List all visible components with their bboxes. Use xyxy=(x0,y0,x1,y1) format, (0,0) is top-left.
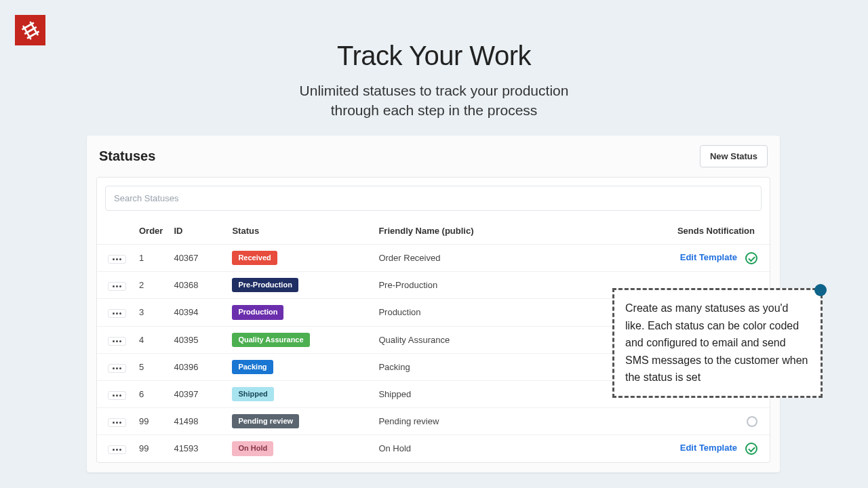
cell-order: 5 xyxy=(134,353,168,380)
col-id: ID xyxy=(168,219,226,245)
cell-id: 40368 xyxy=(168,272,226,299)
cell-friendly-name: On Hold xyxy=(373,435,579,462)
cell-status: Packing xyxy=(226,353,373,380)
row-actions-menu[interactable] xyxy=(108,364,126,373)
panel-title: Statuses xyxy=(99,148,155,164)
cell-friendly-name: Packing xyxy=(373,353,579,380)
col-friendly: Friendly Name (public) xyxy=(373,219,579,245)
cell-order: 3 xyxy=(134,299,168,326)
row-actions-menu[interactable] xyxy=(108,418,126,427)
info-callout: Create as many statuses as you'd like. E… xyxy=(612,288,823,398)
cell-status: On Hold xyxy=(226,435,373,462)
row-actions-menu[interactable] xyxy=(108,391,126,400)
cell-order: 4 xyxy=(134,326,168,353)
cell-friendly-name: Production xyxy=(373,299,579,326)
notification-on-icon[interactable] xyxy=(745,443,757,455)
col-order: Order xyxy=(134,219,168,245)
cell-status: Production xyxy=(226,299,373,326)
cell-status: Pre-Production xyxy=(226,272,373,299)
status-badge: On Hold xyxy=(232,441,273,455)
status-badge: Quality Assurance xyxy=(232,333,309,347)
logo-icon xyxy=(20,20,41,41)
cell-status: Shipped xyxy=(226,380,373,407)
row-actions-menu[interactable] xyxy=(108,255,126,264)
notification-on-icon[interactable] xyxy=(745,252,757,264)
cell-friendly-name: Quality Assurance xyxy=(373,326,579,353)
cell-id: 40367 xyxy=(168,245,226,272)
cell-friendly-name: Shipped xyxy=(373,380,579,407)
cell-id: 40394 xyxy=(168,299,226,326)
status-badge: Shipped xyxy=(232,387,273,401)
page-title: Track Your Work xyxy=(0,41,868,71)
notification-off-icon[interactable] xyxy=(747,416,757,427)
cell-id: 40395 xyxy=(168,326,226,353)
search-input[interactable] xyxy=(105,186,762,211)
svg-line-3 xyxy=(23,26,31,38)
status-badge: Pending review xyxy=(232,414,299,428)
status-badge: Packing xyxy=(232,360,273,374)
cell-order: 1 xyxy=(134,245,168,272)
table-row: 9941593On HoldOn HoldEdit Template xyxy=(97,435,770,462)
page-subtitle: Unlimited statuses to track your product… xyxy=(0,81,868,121)
cell-status: Quality Assurance xyxy=(226,326,373,353)
cell-friendly-name: Order Received xyxy=(373,245,579,272)
row-actions-menu[interactable] xyxy=(108,282,126,291)
cell-order: 2 xyxy=(134,272,168,299)
cell-order: 6 xyxy=(134,380,168,407)
svg-line-4 xyxy=(30,22,37,34)
status-badge: Received xyxy=(232,251,277,265)
edit-template-link[interactable]: Edit Template xyxy=(680,443,737,453)
cell-friendly-name: Pre-Production xyxy=(373,272,579,299)
cell-id: 41593 xyxy=(168,435,226,462)
cell-order: 99 xyxy=(134,408,168,435)
status-badge: Production xyxy=(232,305,283,319)
new-status-button[interactable]: New Status xyxy=(700,145,768,167)
cell-status: Pending review xyxy=(226,408,373,435)
cell-id: 40397 xyxy=(168,380,226,407)
row-actions-menu[interactable] xyxy=(108,337,126,346)
col-status: Status xyxy=(226,219,373,245)
brand-logo xyxy=(15,15,45,45)
cell-order: 99 xyxy=(134,435,168,462)
status-badge: Pre-Production xyxy=(232,278,298,292)
cell-id: 40396 xyxy=(168,353,226,380)
hero-section: Track Your Work Unlimited statuses to tr… xyxy=(0,0,868,121)
row-actions-menu[interactable] xyxy=(108,445,126,454)
col-sends-notification: Sends Notification xyxy=(579,219,770,245)
cell-status: Received xyxy=(226,245,373,272)
callout-marker-icon xyxy=(814,284,827,296)
row-actions-menu[interactable] xyxy=(108,309,126,318)
edit-template-link[interactable]: Edit Template xyxy=(680,252,737,262)
cell-id: 41498 xyxy=(168,408,226,435)
cell-friendly-name: Pending review xyxy=(373,408,579,435)
table-row: 140367ReceivedOrder ReceivedEdit Templat… xyxy=(97,245,770,272)
table-row: 9941498Pending reviewPending review xyxy=(97,408,770,435)
